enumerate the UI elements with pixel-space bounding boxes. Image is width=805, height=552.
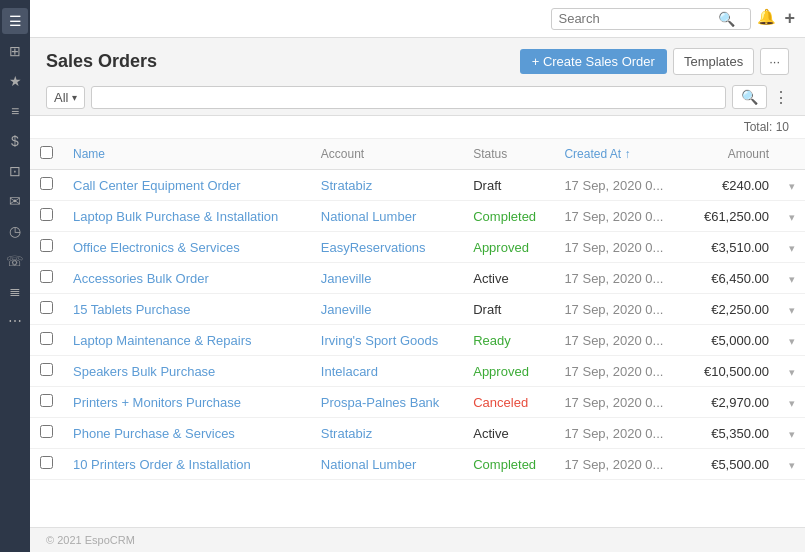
col-header-name[interactable]: Name — [63, 139, 311, 170]
templates-button[interactable]: Templates — [673, 48, 754, 75]
row-checkbox-2[interactable] — [40, 239, 53, 252]
create-sales-order-button[interactable]: + Create Sales Order — [520, 49, 667, 74]
row-account-cell: Irving's Sport Goods — [311, 325, 463, 356]
row-status-cell: Ready — [463, 325, 554, 356]
filter-text-input[interactable] — [91, 86, 726, 109]
row-account-link[interactable]: Irving's Sport Goods — [321, 333, 438, 348]
filter-options-button[interactable]: ⋮ — [773, 88, 789, 107]
table-row: Call Center Equipment Order Stratabiz Dr… — [30, 170, 805, 201]
sidebar-icon-star[interactable]: ★ — [2, 68, 28, 94]
row-checkbox-3[interactable] — [40, 270, 53, 283]
header-actions: + Create Sales Order Templates ··· — [520, 48, 789, 75]
row-account-link[interactable]: EasyReservations — [321, 240, 426, 255]
search-icon[interactable]: 🔍 — [718, 11, 735, 27]
col-header-created[interactable]: Created At ↑ — [554, 139, 685, 170]
row-expand-arrow[interactable]: ▾ — [779, 170, 805, 201]
row-checkbox-7[interactable] — [40, 394, 53, 407]
row-expand-arrow[interactable]: ▾ — [779, 294, 805, 325]
row-amount-cell: €2,970.00 — [685, 387, 779, 418]
row-name-link[interactable]: Laptop Maintenance & Repairs — [73, 333, 252, 348]
row-status-cell: Approved — [463, 232, 554, 263]
row-checkbox-1[interactable] — [40, 208, 53, 221]
row-account-link[interactable]: National Lumber — [321, 209, 416, 224]
row-chevron-icon[interactable]: ▾ — [789, 180, 795, 192]
filter-select[interactable]: All ▾ — [46, 86, 85, 109]
bell-icon[interactable]: 🔔 — [757, 8, 776, 29]
sidebar-icon-clock[interactable]: ◷ — [2, 218, 28, 244]
row-status-cell: Completed — [463, 449, 554, 480]
row-name-link[interactable]: Office Electronics & Services — [73, 240, 240, 255]
table-row: Office Electronics & Services EasyReserv… — [30, 232, 805, 263]
row-checkbox-4[interactable] — [40, 301, 53, 314]
plus-icon[interactable]: + — [784, 8, 795, 29]
row-name-link[interactable]: 15 Tablets Purchase — [73, 302, 191, 317]
row-chevron-icon[interactable]: ▾ — [789, 335, 795, 347]
row-status-cell: Draft — [463, 294, 554, 325]
row-expand-arrow[interactable]: ▾ — [779, 449, 805, 480]
row-expand-arrow[interactable]: ▾ — [779, 325, 805, 356]
sidebar: ☰ ⊞ ★ ≡ $ ⊡ ✉ ◷ ☏ ≣ ⋯ — [0, 0, 30, 552]
row-name-link[interactable]: Speakers Bulk Purchase — [73, 364, 215, 379]
sidebar-icon-menu[interactable]: ☰ — [2, 8, 28, 34]
row-chevron-icon[interactable]: ▾ — [789, 459, 795, 471]
row-checkbox-8[interactable] — [40, 425, 53, 438]
row-checkbox-cell — [30, 387, 63, 418]
row-name-link[interactable]: Phone Purchase & Services — [73, 426, 235, 441]
row-name-cell: 10 Printers Order & Installation — [63, 449, 311, 480]
select-all-checkbox[interactable] — [40, 146, 53, 159]
row-chevron-icon[interactable]: ▾ — [789, 304, 795, 316]
filter-search-button[interactable]: 🔍 — [732, 85, 767, 109]
row-chevron-icon[interactable]: ▾ — [789, 366, 795, 378]
row-account-link[interactable]: Janeville — [321, 271, 372, 286]
row-checkbox-0[interactable] — [40, 177, 53, 190]
search-input[interactable] — [558, 11, 718, 26]
row-chevron-icon[interactable]: ▾ — [789, 242, 795, 254]
row-name-link[interactable]: Laptop Bulk Purchase & Installation — [73, 209, 278, 224]
table-row: 10 Printers Order & Installation Nationa… — [30, 449, 805, 480]
row-chevron-icon[interactable]: ▾ — [789, 273, 795, 285]
col-header-actions — [779, 139, 805, 170]
row-amount-cell: €6,450.00 — [685, 263, 779, 294]
footer-label: © 2021 EspoCRM — [46, 534, 135, 546]
sidebar-icon-dollar[interactable]: $ — [2, 128, 28, 154]
row-account-link[interactable]: Prospa-Palnes Bank — [321, 395, 440, 410]
sidebar-icon-list[interactable]: ≡ — [2, 98, 28, 124]
row-name-link[interactable]: 10 Printers Order & Installation — [73, 457, 251, 472]
row-checkbox-cell — [30, 449, 63, 480]
row-name-link[interactable]: Accessories Bulk Order — [73, 271, 209, 286]
select-all-header — [30, 139, 63, 170]
row-account-link[interactable]: Stratabiz — [321, 178, 372, 193]
row-chevron-icon[interactable]: ▾ — [789, 211, 795, 223]
sidebar-icon-grid[interactable]: ⊞ — [2, 38, 28, 64]
row-chevron-icon[interactable]: ▾ — [789, 428, 795, 440]
row-account-link[interactable]: National Lumber — [321, 457, 416, 472]
sidebar-icon-lines[interactable]: ≣ — [2, 278, 28, 304]
row-checkbox-cell — [30, 356, 63, 387]
row-checkbox-cell — [30, 325, 63, 356]
row-expand-arrow[interactable]: ▾ — [779, 356, 805, 387]
row-expand-arrow[interactable]: ▾ — [779, 263, 805, 294]
row-expand-arrow[interactable]: ▾ — [779, 201, 805, 232]
row-chevron-icon[interactable]: ▾ — [789, 397, 795, 409]
row-account-link[interactable]: Stratabiz — [321, 426, 372, 441]
row-name-link[interactable]: Call Center Equipment Order — [73, 178, 241, 193]
filter-bar: All ▾ 🔍 ⋮ — [30, 81, 805, 115]
sidebar-icon-mail[interactable]: ✉ — [2, 188, 28, 214]
row-account-cell: Stratabiz — [311, 418, 463, 449]
sidebar-icon-phone[interactable]: ☏ — [2, 248, 28, 274]
row-account-link[interactable]: Janeville — [321, 302, 372, 317]
row-account-cell: Janeville — [311, 263, 463, 294]
row-account-link[interactable]: Intelacard — [321, 364, 378, 379]
sidebar-icon-briefcase[interactable]: ⊡ — [2, 158, 28, 184]
row-checkbox-5[interactable] — [40, 332, 53, 345]
sidebar-icon-more[interactable]: ⋯ — [2, 308, 28, 334]
row-checkbox-6[interactable] — [40, 363, 53, 376]
row-name-link[interactable]: Printers + Monitors Purchase — [73, 395, 241, 410]
row-checkbox-9[interactable] — [40, 456, 53, 469]
row-amount-cell: €5,500.00 — [685, 449, 779, 480]
row-expand-arrow[interactable]: ▾ — [779, 232, 805, 263]
row-expand-arrow[interactable]: ▾ — [779, 418, 805, 449]
row-status-cell: Draft — [463, 170, 554, 201]
more-options-button[interactable]: ··· — [760, 48, 789, 75]
row-expand-arrow[interactable]: ▾ — [779, 387, 805, 418]
